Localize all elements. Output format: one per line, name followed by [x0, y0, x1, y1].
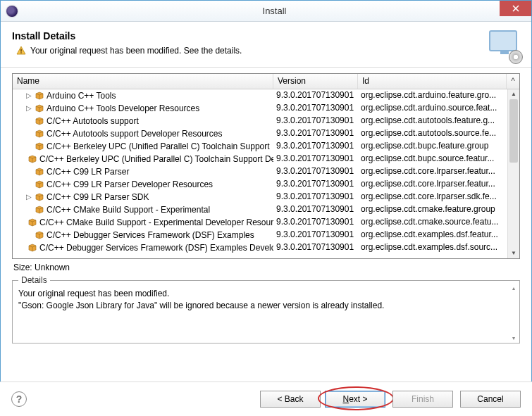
scroll-thumb[interactable] [509, 99, 518, 163]
package-icon [27, 243, 37, 253]
row-name: C/C++ C99 LR Parser [47, 167, 129, 177]
page-title: Install Details [12, 30, 489, 42]
help-icon[interactable]: ? [11, 391, 27, 407]
col-id[interactable]: Id [358, 74, 507, 89]
row-version: 9.3.0.201707130901 [273, 115, 358, 127]
row-version: 9.3.0.201707130901 [273, 191, 358, 203]
row-name: C/C++ C99 LR Parser SDK [47, 192, 149, 202]
row-id: org.eclipse.cdt.cmake.feature.group [358, 203, 507, 216]
eclipse-icon [6, 6, 18, 17]
col-version[interactable]: Version [273, 74, 358, 89]
table-row[interactable]: ▷Arduino C++ Tools9.3.0.201707130901org.… [13, 89, 519, 102]
titlebar: Install [1, 1, 531, 22]
package-icon [27, 154, 37, 164]
row-id: org.eclipse.cdt.core.lrparser.featur... [358, 165, 507, 178]
row-version: 9.3.0.201707130901 [273, 127, 358, 140]
next-button[interactable]: Next > [325, 391, 385, 408]
row-version: 9.3.0.201707130901 [273, 153, 358, 165]
expand-icon[interactable]: ▷ [25, 194, 32, 201]
row-version: 9.3.0.201707130901 [273, 102, 358, 115]
details-line: Your original request has been modified. [18, 288, 514, 300]
row-version: 9.3.0.201707130901 [273, 216, 358, 229]
row-version: 9.3.0.201707130901 [273, 203, 358, 216]
row-id: org.eclipse.cdt.bupc.feature.group [358, 140, 507, 153]
package-icon [35, 141, 44, 151]
table-row[interactable]: C/C++ C99 LR Parser9.3.0.201707130901org… [13, 165, 519, 178]
details-label: Details [18, 275, 50, 285]
cancel-button[interactable]: Cancel [460, 391, 521, 408]
row-id: org.eclipse.cdt.examples.dsf.featur... [358, 229, 507, 241]
package-icon [35, 116, 44, 126]
table-row[interactable]: C/C++ Berkeley UPC (Unified Parallel C) … [13, 153, 519, 165]
package-icon [35, 205, 44, 215]
row-version: 9.3.0.201707130901 [273, 165, 358, 178]
table-row[interactable]: C/C++ CMake Build Support - Experimental… [13, 203, 519, 216]
row-id: org.eclipse.cdt.bupc.source.featur... [358, 153, 507, 165]
table-row[interactable]: C/C++ Debugger Services Framework (DSF) … [13, 241, 519, 254]
scroll-up-icon[interactable]: ▴ [507, 285, 519, 291]
row-id: org.eclipse.cdt.autotools.feature.g... [358, 115, 507, 127]
details-scrollbar[interactable]: ▴ ▾ [507, 285, 519, 341]
table-row[interactable]: C/C++ CMake Build Support - Experimental… [13, 216, 519, 229]
row-name: Arduino C++ Tools [47, 91, 116, 101]
table-row[interactable]: ▷Arduino C++ Tools Developer Resources9.… [13, 102, 519, 115]
table-row[interactable]: C/C++ Autotools support9.3.0.20170713090… [13, 115, 519, 127]
close-button[interactable] [500, 1, 531, 16]
row-name: C/C++ Autotools support Developer Resour… [47, 129, 222, 139]
install-banner-icon [489, 30, 520, 61]
expand-icon[interactable]: ▷ [25, 105, 32, 112]
row-name: Arduino C++ Tools Developer Resources [47, 103, 199, 113]
header-message: Your original request has been modified.… [30, 46, 242, 56]
size-label: Size: Unknown [12, 259, 520, 276]
header: Install Details Your original request ha… [1, 22, 531, 68]
warning-icon [16, 46, 26, 56]
package-icon [35, 129, 44, 139]
table-row[interactable]: C/C++ Autotools support Developer Resour… [13, 127, 519, 140]
scroll-up-icon[interactable]: ▲ [508, 89, 519, 99]
row-id: org.eclipse.cdt.core.lrparser.sdk.fe... [358, 191, 507, 203]
package-icon [35, 91, 44, 101]
scroll-down-icon[interactable]: ▼ [508, 248, 519, 258]
row-name: C/C++ Debugger Services Framework (DSF) … [47, 230, 254, 240]
row-id: org.eclipse.cdt.core.lrparser.featur... [358, 178, 507, 191]
table-row[interactable]: C/C++ Debugger Services Framework (DSF) … [13, 229, 519, 241]
svg-rect-0 [20, 49, 21, 52]
footer: ? < Back Next > Finish Cancel [0, 382, 532, 416]
row-version: 9.3.0.201707130901 [273, 89, 358, 102]
table-header: Name Version Id ^ [13, 74, 519, 89]
row-name: C/C++ CMake Build Support - Experimental [47, 205, 210, 215]
row-id: org.eclipse.cdt.arduino.source.feat... [358, 102, 507, 115]
package-icon [35, 230, 44, 240]
col-name[interactable]: Name [13, 74, 273, 89]
row-version: 9.3.0.201707130901 [273, 140, 358, 153]
table-scrollbar[interactable]: ▲ ▼ [507, 89, 519, 258]
package-icon [35, 167, 44, 177]
row-id: org.eclipse.cdt.examples.dsf.sourc... [358, 241, 507, 254]
row-name: C/C++ Debugger Services Framework (DSF) … [39, 243, 273, 253]
row-name: C/C++ Autotools support [47, 116, 139, 126]
row-version: 9.3.0.201707130901 [273, 241, 358, 254]
package-icon [35, 103, 44, 113]
row-id: org.eclipse.cdt.autotools.source.fe... [358, 127, 507, 140]
package-icon [27, 218, 37, 227]
table-row[interactable]: ▷C/C++ C99 LR Parser SDK9.3.0.2017071309… [13, 191, 519, 203]
window-title: Install [18, 6, 531, 16]
expand-icon[interactable]: ▷ [25, 92, 32, 99]
details-group: Details Your original request has been m… [12, 280, 520, 343]
install-table: Name Version Id ^ ▷Arduino C++ Tools9.3.… [12, 73, 520, 259]
row-name: C/C++ Berkeley UPC (Unified Parallel C) … [39, 154, 273, 164]
col-scroll-hint: ^ [507, 74, 519, 89]
row-version: 9.3.0.201707130901 [273, 229, 358, 241]
back-button[interactable]: < Back [260, 391, 321, 408]
finish-button: Finish [392, 391, 453, 408]
row-name: C/C++ C99 LR Parser Developer Resources [47, 179, 213, 189]
scroll-down-icon[interactable]: ▾ [507, 335, 519, 341]
package-icon [35, 179, 44, 189]
row-id: org.eclipse.cdt.cmake.source.featu... [358, 216, 507, 229]
table-row[interactable]: C/C++ Berkeley UPC (Unified Parallel C) … [13, 140, 519, 153]
table-row[interactable]: C/C++ C99 LR Parser Developer Resources9… [13, 178, 519, 191]
svg-rect-1 [20, 52, 21, 53]
details-line: "Gson: Google Json Library for Java" wil… [18, 300, 514, 312]
package-icon [35, 192, 44, 202]
row-version: 9.3.0.201707130901 [273, 178, 358, 191]
